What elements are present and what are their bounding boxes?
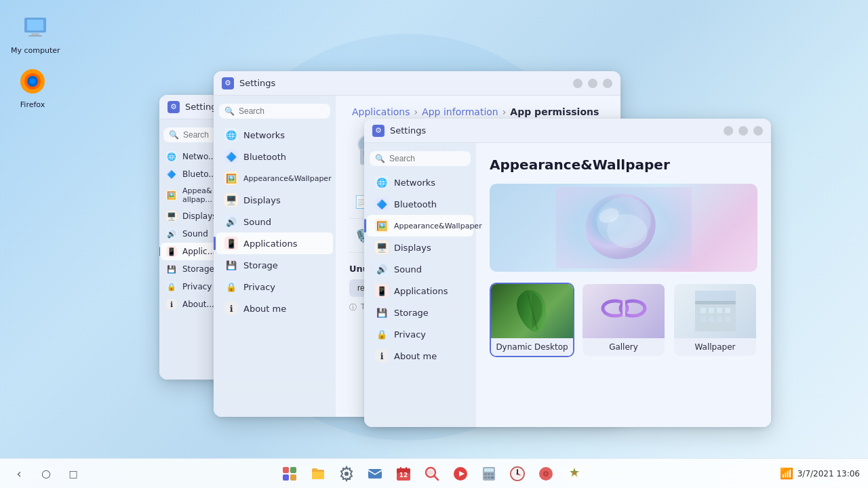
back-button[interactable]: ‹ (8, 463, 30, 485)
bluetooth-icon-mid: 🔷 (224, 150, 238, 163)
sidebar-item-networks-front[interactable]: 🌐 Networks (367, 171, 473, 193)
taskbar-email[interactable] (363, 462, 387, 486)
networks-icon-front: 🌐 (375, 176, 389, 189)
wallpaper-option-wallpaper[interactable]: Wallpaper (673, 283, 757, 357)
svg-point-65 (516, 472, 518, 474)
taskbar-files[interactable] (306, 462, 330, 486)
taskbar-search[interactable] (420, 462, 444, 486)
settings-icon-front: ⚙ (372, 125, 384, 137)
active-bar-front (364, 219, 366, 232)
firefox-label: Firefox (20, 100, 45, 109)
taskbar-system: 📶 3/7/2021 13:06 (780, 467, 860, 480)
search-input-front[interactable] (389, 154, 465, 163)
taskbar-settings[interactable] (334, 462, 359, 486)
maximize-btn-front[interactable]: □ (738, 126, 748, 136)
sidebar-item-privacy-front[interactable]: 🔒 Privacy (367, 323, 473, 345)
window-title-mid: Settings (239, 78, 568, 88)
info-icon: ⓘ (349, 302, 357, 312)
appearance-icon-front: 🖼️ (375, 219, 389, 232)
active-bar-mid (214, 237, 216, 250)
taskbar-media[interactable] (448, 462, 473, 486)
sidebar-item-bluetooth-front[interactable]: 🔷 Bluetooth (367, 193, 473, 215)
sidebar-item-displays-mid[interactable]: 🖥️ Displays (216, 189, 333, 211)
svg-rect-1 (27, 20, 43, 30)
applications-icon-front: 📱 (375, 284, 389, 298)
search-bar-mid[interactable]: 🔍 (219, 104, 330, 119)
sidebar-item-privacy-mid[interactable]: 🔒 Privacy (216, 276, 333, 298)
svg-rect-55 (484, 473, 487, 475)
wallpaper-label: Wallpaper (674, 338, 756, 356)
taskbar-clock[interactable] (505, 462, 530, 486)
svg-rect-42 (368, 469, 382, 479)
svg-rect-32 (717, 317, 722, 322)
search-input-mid[interactable] (239, 106, 325, 116)
gallery-thumb (583, 284, 665, 338)
taskbar-launcher[interactable] (277, 462, 302, 486)
sidebar-item-applications-mid[interactable]: 📱 Applications (216, 232, 333, 254)
titlebar-mid: ⚙ Settings ─ □ ✕ (214, 71, 620, 96)
minimize-btn-mid[interactable]: ─ (573, 79, 583, 88)
privacy-icon-front: 🔒 (375, 327, 389, 341)
breadcrumb-part1[interactable]: Applications (352, 106, 410, 117)
applications-icon-mid: 📱 (224, 237, 238, 250)
taskbar-music[interactable] (534, 462, 558, 486)
svg-point-7 (30, 79, 35, 84)
svg-point-50 (428, 470, 433, 475)
svg-rect-54 (484, 468, 494, 472)
sidebar-item-applications-front[interactable]: 📱 Applications (367, 280, 473, 302)
taskbar-apps: 12 (84, 462, 780, 486)
sidebar-item-about-mid[interactable]: ℹ️ About me (216, 298, 333, 319)
wallpaper-options-grid: Dynamic Desktop (490, 283, 757, 357)
taskbar-calendar[interactable]: 12 (391, 462, 416, 486)
sidebar-item-bluetooth-mid[interactable]: 🔷 Bluetooth (216, 146, 333, 167)
settings-window-front: ⚙ Settings ─ □ ✕ 🔍 🌐 Networks 🔷 Bluetoot… (364, 119, 771, 427)
appearance-title: Appearance&Wallpaper (490, 157, 757, 173)
taskbar-photos[interactable] (562, 462, 587, 486)
sidebar-item-appearance-front[interactable]: 🖼️ Appearance&Wallpaper (367, 215, 473, 237)
sidebar-item-about-front[interactable]: ℹ️ About me (367, 345, 473, 367)
search-bar-front[interactable]: 🔍 (370, 151, 471, 166)
desktop-icon-firefox[interactable]: Firefox (12, 61, 53, 113)
svg-rect-56 (488, 473, 490, 475)
appearance-icon-bg: 🖼️ (166, 190, 177, 201)
home-button[interactable]: ○ (35, 463, 57, 485)
sidebar-item-storage-mid[interactable]: 💾 Storage (216, 254, 333, 276)
sidebar-item-displays-front[interactable]: 🖥️ Displays (367, 237, 473, 258)
appearance-icon-mid: 🖼️ (224, 171, 238, 185)
applications-icon-bg: 📱 (166, 246, 177, 257)
dynamic-desktop-label: Dynamic Desktop (491, 338, 573, 356)
desktop-icon-my-computer[interactable]: My computer (7, 7, 64, 59)
sidebar-item-networks-mid[interactable]: 🌐 Networks (216, 124, 333, 146)
close-btn-mid[interactable]: ✕ (603, 79, 612, 88)
storage-icon-mid: 💾 (224, 258, 238, 272)
svg-rect-3 (28, 35, 42, 37)
maximize-btn-mid[interactable]: □ (588, 79, 597, 88)
sidebar-item-storage-front[interactable]: 💾 Storage (367, 302, 473, 323)
svg-rect-26 (701, 308, 706, 313)
sidebar-item-sound-front[interactable]: 🔊 Sound (367, 258, 473, 280)
sidebar-item-sound-mid[interactable]: 🔊 Sound (216, 211, 333, 232)
svg-rect-22 (623, 301, 625, 308)
wallpaper-option-dynamic[interactable]: Dynamic Desktop (490, 283, 574, 357)
wallpaper-option-gallery[interactable]: Gallery (581, 283, 666, 357)
svg-rect-58 (484, 476, 487, 479)
svg-text:12: 12 (399, 472, 408, 479)
sidebar-item-appearance-mid[interactable]: 🖼️ Appearance&Wallpaper (216, 167, 333, 189)
window-title-front: Settings (390, 125, 718, 136)
system-clock: 3/7/2021 13:06 (797, 469, 860, 479)
close-btn-front[interactable]: ✕ (753, 126, 763, 136)
search-icon-mid: 🔍 (224, 106, 235, 116)
displays-icon-bg: 🖥️ (166, 211, 177, 222)
sound-icon-bg: 🔊 (166, 228, 177, 239)
titlebar-front: ⚙ Settings ─ □ ✕ (364, 119, 771, 143)
networks-icon-mid: 🌐 (224, 128, 238, 142)
recent-button[interactable]: □ (62, 463, 84, 485)
sidebar-front: 🔍 🌐 Networks 🔷 Bluetooth 🖼️ Appearance&W… (364, 143, 476, 427)
svg-rect-34 (695, 291, 736, 301)
taskbar-calculator[interactable] (477, 462, 501, 486)
svg-rect-35 (283, 467, 289, 473)
minimize-btn-front[interactable]: ─ (724, 126, 733, 136)
breadcrumb-part2[interactable]: App information (422, 106, 498, 117)
active-bar-bg (159, 247, 160, 256)
svg-rect-37 (283, 474, 289, 481)
